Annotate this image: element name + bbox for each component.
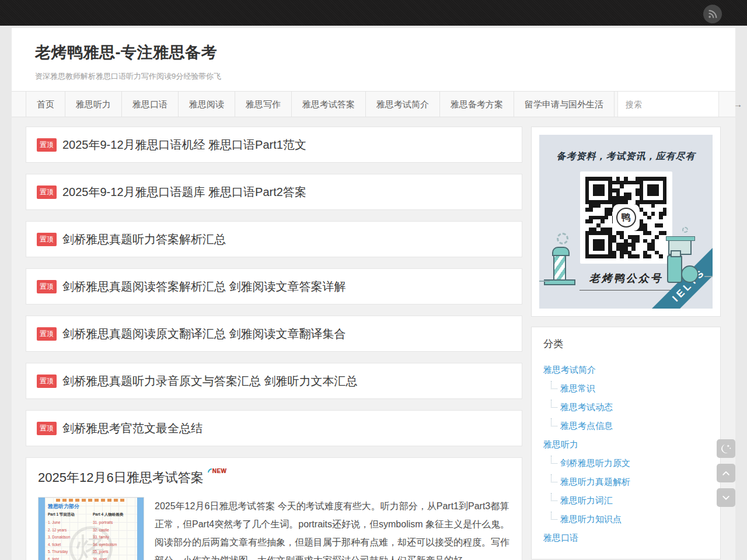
nav-link-reading[interactable]: 雅思阅读 xyxy=(179,92,235,117)
qr-underline xyxy=(580,290,673,290)
pinned-post-7: 置顶 剑桥雅思考官范文最全总结 xyxy=(26,410,522,446)
nav-link-listening[interactable]: 雅思听力 xyxy=(65,92,121,117)
main-nav: 首页 雅思听力 雅思口语 雅思阅读 雅思写作 雅思考试答案 雅思考试简介 雅思备… xyxy=(12,91,735,117)
duck-logo-icon: 鸭 xyxy=(616,208,636,228)
scroll-up-button[interactable] xyxy=(717,464,735,482)
nav-link-study-abroad[interactable]: 留学申请与国外生活 xyxy=(514,92,614,117)
wechat-qr-panel[interactable]: 备考资料，考试资讯，应有尽有 鸭 老烤鸭公众号 IELTS xyxy=(539,135,713,309)
site-tagline: 资深雅思教师解析雅思口语听力写作阅读9分经验带你飞 xyxy=(35,71,735,82)
qr-widget: 备考资料，考试资讯，应有尽有 鸭 老烤鸭公众号 IELTS xyxy=(531,127,721,317)
category-listening: 雅思听力 xyxy=(543,435,708,454)
gear-icon xyxy=(557,233,568,244)
thumbnail-col1-header: Part 1 节目活动 xyxy=(48,512,89,517)
search-input[interactable] xyxy=(618,92,734,117)
pinned-post-link-5[interactable]: 剑桥雅思真题阅读原文翻译汇总 剑雅阅读文章翻译集合 xyxy=(62,326,346,342)
nav-item-home: 首页 xyxy=(26,92,65,117)
thumbnail-col1-answers: 1. June2. 12 years3. Donaldson4. ticket5… xyxy=(48,519,89,560)
bottle-icon xyxy=(667,255,682,283)
flask-icon xyxy=(681,265,699,283)
search-form: → xyxy=(617,92,719,117)
category-listening-analysis: 雅思听力真题解析 xyxy=(543,473,708,491)
nav-item-exam-intro: 雅思考试简介 xyxy=(366,92,440,117)
pinned-badge: 置顶 xyxy=(37,280,57,293)
category-exam-news: 雅思考试动态 xyxy=(543,398,708,416)
pinned-post-link-6[interactable]: 剑桥雅思真题听力录音原文与答案汇总 剑雅听力文本汇总 xyxy=(62,373,358,389)
night-mode-button[interactable] xyxy=(717,439,735,458)
nav-item-speaking: 雅思口语 xyxy=(122,92,179,117)
thumbnail-clipped-banner xyxy=(56,499,126,502)
article-excerpt: 2025年12月6日雅思考试答案 今天的考试难度有些大。听力部分，从Part1到… xyxy=(155,497,510,560)
new-badge-label: NEW xyxy=(212,468,227,474)
rss-button[interactable] xyxy=(703,5,722,23)
thumbnail-col2-answers: 31. portraits32. castle33. family34. sym… xyxy=(93,519,134,560)
small-gear-icon xyxy=(682,227,688,233)
pinned-post-6: 置顶 剑桥雅思真题听力录音原文与答案汇总 剑雅听力文本汇总 xyxy=(26,363,522,399)
rss-icon xyxy=(707,9,718,19)
content-area: 置顶 2025年9-12月雅思口语机经 雅思口语Part1范文 置顶 2025年… xyxy=(12,117,735,560)
scroll-down-button[interactable] xyxy=(717,488,735,507)
lighthouse-icon xyxy=(553,254,566,281)
category-link[interactable]: 雅思听力 xyxy=(543,439,578,449)
nav-link-home[interactable]: 首页 xyxy=(26,92,65,117)
qr-center-logo: 鸭 xyxy=(614,205,638,230)
thumbnail-answer-sheet: 雅思听力部分 Part 1 节目活动 1. June2. 12 years3. … xyxy=(45,498,137,560)
category-link[interactable]: 雅思口语 xyxy=(543,533,578,542)
nav-item-reading: 雅思阅读 xyxy=(179,92,235,117)
pinned-post-link-3[interactable]: 剑桥雅思真题听力答案解析汇总 xyxy=(62,232,226,247)
category-link[interactable]: 雅思考试动态 xyxy=(560,402,613,412)
pinned-badge: 置顶 xyxy=(37,186,57,199)
thumbnail-left-bar xyxy=(39,498,45,560)
pinned-badge: 置顶 xyxy=(37,138,57,152)
category-basics: 雅思常识 xyxy=(543,379,708,398)
categories-list: 雅思考试简介 雅思常识 雅思考试动态 雅思考点信息 雅思听力 剑桥雅思听力原文 … xyxy=(543,360,708,547)
nav-item-exam-answers: 雅思考试答案 xyxy=(292,92,366,117)
category-link[interactable]: 雅思考点信息 xyxy=(560,421,613,430)
nav-link-exam-intro[interactable]: 雅思考试简介 xyxy=(366,92,439,117)
chevron-down-icon xyxy=(720,491,732,504)
qr-code-box: 鸭 xyxy=(580,172,672,264)
main-column: 置顶 2025年9-12月雅思口语机经 雅思口语Part1范文 置顶 2025年… xyxy=(26,127,522,560)
site-header: 老烤鸭雅思-专注雅思备考 资深雅思教师解析雅思口语听力写作阅读9分经验带你飞 xyxy=(12,28,735,91)
nav-link-exam-answers[interactable]: 雅思考试答案 xyxy=(292,92,365,117)
pinned-post-2: 置顶 2025年9-12月雅思口语题库 雅思口语Part2答案 xyxy=(26,174,522,210)
nav-item-writing: 雅思写作 xyxy=(235,92,292,117)
nav-link-prep-plan[interactable]: 雅思备考方案 xyxy=(440,92,514,117)
ground-line-left xyxy=(539,281,550,282)
pinned-post-link-2[interactable]: 2025年9-12月雅思口语题库 雅思口语Part2答案 xyxy=(62,184,306,200)
pinned-post-link-1[interactable]: 2025年9-12月雅思口语机经 雅思口语Part1范文 xyxy=(62,137,306,153)
new-badge-arc-icon xyxy=(208,468,212,473)
category-link[interactable]: 雅思听力词汇 xyxy=(560,495,613,505)
category-listening-vocab: 雅思听力词汇 xyxy=(543,491,708,510)
category-listening-scripts: 剑桥雅思听力原文 xyxy=(543,454,708,473)
category-link[interactable]: 雅思考试简介 xyxy=(543,365,596,374)
top-bar xyxy=(0,0,747,26)
pinned-post-link-4[interactable]: 剑桥雅思真题阅读答案解析汇总 剑雅阅读文章答案详解 xyxy=(62,279,346,295)
category-link[interactable]: 雅思听力知识点 xyxy=(560,514,622,524)
categories-heading: 分类 xyxy=(543,337,708,351)
pinned-badge: 置顶 xyxy=(37,327,57,341)
latest-article-card: 2025年12月6日雅思考试答案 NEW 雅思听力部分 xyxy=(26,457,522,560)
nav-link-writing[interactable]: 雅思写作 xyxy=(235,92,291,117)
qr-slogan: 备考资料，考试资讯，应有尽有 xyxy=(539,150,713,163)
category-link[interactable]: 剑桥雅思听力原文 xyxy=(560,458,630,468)
article-title-link[interactable]: 2025年12月6日雅思考试答案 xyxy=(38,469,204,487)
pinned-post-3: 置顶 剑桥雅思真题听力答案解析汇总 xyxy=(26,221,522,257)
page-container: 老烤鸭雅思-专注雅思备考 资深雅思教师解析雅思口语听力写作阅读9分经验带你飞 首… xyxy=(12,28,735,560)
category-link[interactable]: 雅思听力真题解析 xyxy=(560,477,630,487)
search-submit-button[interactable]: → xyxy=(734,99,747,109)
site-title[interactable]: 老烤鸭雅思-专注雅思备考 xyxy=(35,42,735,63)
categories-widget: 分类 雅思考试简介 雅思常识 雅思考试动态 雅思考点信息 雅思听力 剑桥雅思听力… xyxy=(531,327,721,559)
category-speaking: 雅思口语 xyxy=(543,528,708,547)
nav-item-study-abroad: 留学申请与国外生活 xyxy=(514,92,615,117)
pinned-post-5: 置顶 剑桥雅思真题阅读原文翻译汇总 剑雅阅读文章翻译集合 xyxy=(26,316,522,352)
pinned-badge: 置顶 xyxy=(37,374,57,388)
article-thumbnail[interactable]: 雅思听力部分 Part 1 节目活动 1. June2. 12 years3. … xyxy=(38,497,144,560)
pinned-post-4: 置顶 剑桥雅思真题阅读答案解析汇总 剑雅阅读文章答案详解 xyxy=(26,268,522,304)
nav-link-speaking[interactable]: 雅思口语 xyxy=(122,92,178,117)
sidebar: 备考资料，考试资讯，应有尽有 鸭 老烤鸭公众号 IELTS xyxy=(531,127,721,560)
nav-item-listening: 雅思听力 xyxy=(65,92,122,117)
category-test-centers: 雅思考点信息 xyxy=(543,416,708,435)
category-link[interactable]: 雅思常识 xyxy=(560,383,595,393)
pinned-post-link-7[interactable]: 剑桥雅思考官范文最全总结 xyxy=(62,421,203,436)
new-badge: NEW xyxy=(208,468,227,474)
